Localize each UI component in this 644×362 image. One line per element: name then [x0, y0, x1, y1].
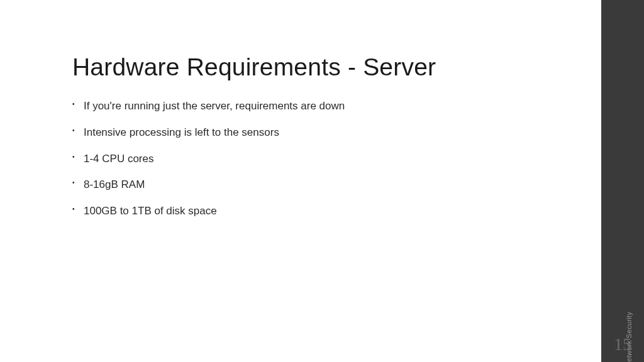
bullet-item: 1-4 CPU cores — [72, 151, 576, 167]
slide-content: Hardware Requirements - Server If you're… — [0, 0, 601, 362]
bullet-list: If you're running just the server, requi… — [72, 99, 576, 219]
bullet-item: 100GB to 1TB of disk space — [72, 204, 576, 219]
bullet-item: 8-16gB RAM — [72, 177, 576, 192]
slide-title: Hardware Requirements - Server — [72, 53, 576, 81]
bullet-item: Intensive processing is left to the sens… — [72, 125, 576, 140]
page-number: 15 — [601, 334, 644, 354]
bullet-item: If you're running just the server, requi… — [72, 99, 576, 114]
sidebar: CSC-438 Defensive Network Security 15 — [601, 0, 644, 362]
